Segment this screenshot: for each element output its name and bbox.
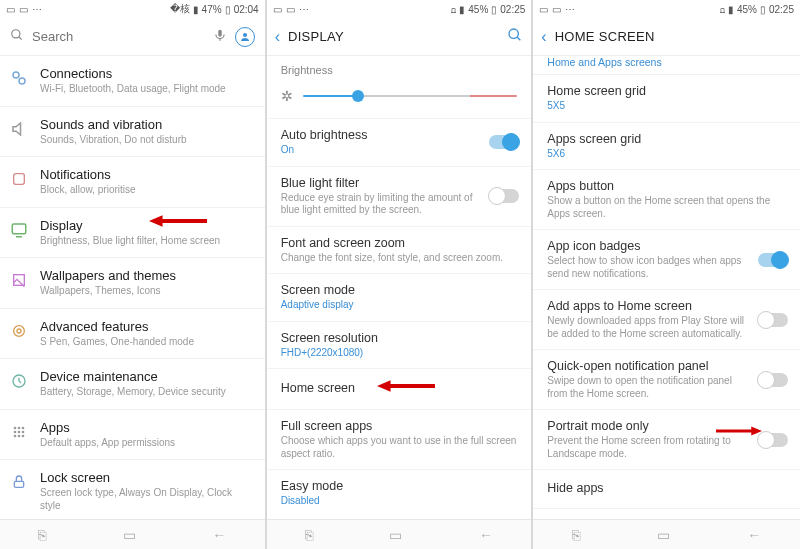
row-add-apps-home[interactable]: Add apps to Home screen Newly downloaded…	[533, 290, 800, 350]
nav-recent[interactable]: ⎘	[305, 527, 313, 543]
row-title: Portrait mode only	[547, 419, 786, 433]
settings-row-advanced[interactable]: Advanced featuresS Pen, Games, One-hande…	[0, 309, 265, 360]
row-home-screen[interactable]: Home screen	[267, 369, 532, 410]
status-icon: ▭	[286, 4, 296, 14]
maintenance-icon	[8, 370, 30, 392]
row-font-zoom[interactable]: Font and screen zoom Change the font siz…	[267, 227, 532, 275]
search-input[interactable]	[32, 29, 205, 44]
toggle-icon-badges[interactable]	[758, 253, 788, 267]
status-icon: ▭	[273, 4, 283, 14]
status-icon: ▭	[6, 4, 16, 14]
toggle-auto-brightness[interactable]	[489, 135, 519, 149]
settings-row-display[interactable]: DisplayBrightness, Blue light filter, Ho…	[0, 208, 265, 259]
svg-point-20	[18, 430, 21, 433]
row-title: Full screen apps	[281, 419, 518, 433]
row-title: Screen resolution	[281, 331, 518, 345]
settings-row-maintenance[interactable]: Device maintenanceBattery, Storage, Memo…	[0, 359, 265, 410]
battery-pct: 45%	[468, 4, 488, 15]
row-app-icon-badges[interactable]: App icon badges Select how to show icon …	[533, 230, 800, 290]
sun-icon: ✲	[281, 88, 293, 104]
wifi-icon: ⩍	[720, 4, 725, 15]
notifications-icon	[8, 168, 30, 190]
svg-point-14	[17, 329, 21, 333]
svg-rect-8	[12, 224, 26, 234]
toggle-blue-light[interactable]	[489, 189, 519, 203]
row-screen-resolution[interactable]: Screen resolution FHD+(2220x1080)	[267, 322, 532, 370]
nav-bar: ⎘ ▭ ←	[267, 519, 532, 549]
panel-display: ▭▭⋯ ⩍▮45%▯02:25 ‹ DISPLAY Brightness ✲ A…	[267, 0, 534, 549]
nav-bar: ⎘ ▭ ←	[533, 519, 800, 549]
row-title: Hide apps	[547, 481, 786, 495]
settings-list: ConnectionsWi-Fi, Bluetooth, Data usage,…	[0, 56, 265, 519]
wifi-icon: �核	[170, 2, 190, 16]
row-quick-open-panel[interactable]: Quick-open notification panel Swipe down…	[533, 350, 800, 410]
triple-panel-container: ▭ ▭ ⋯ �核 ▮ 47% ▯ 02:04	[0, 0, 800, 549]
status-icon: ⋯	[565, 4, 575, 14]
row-sub: Wi-Fi, Bluetooth, Data usage, Flight mod…	[40, 83, 255, 96]
row-apps-grid[interactable]: Apps screen grid 5X6	[533, 123, 800, 171]
row-easy-mode[interactable]: Easy mode Disabled	[267, 470, 532, 517]
search-icon[interactable]	[507, 27, 523, 46]
nav-recent[interactable]: ⎘	[572, 527, 580, 543]
settings-row-apps[interactable]: AppsDefault apps, App permissions	[0, 410, 265, 461]
header-title: DISPLAY	[288, 29, 344, 44]
mic-icon[interactable]	[213, 28, 227, 45]
svg-point-0	[12, 30, 20, 38]
row-sub: Swipe down to open the notification pane…	[547, 375, 786, 400]
settings-row-sounds[interactable]: Sounds and vibrationSounds, Vibration, D…	[0, 107, 265, 158]
nav-bar: ⎘ ▭ ←	[0, 519, 265, 549]
nav-back[interactable]: ←	[212, 527, 226, 543]
display-icon	[8, 219, 30, 241]
row-auto-brightness[interactable]: Auto brightness On	[267, 119, 532, 167]
row-title: App icon badges	[547, 239, 786, 253]
wifi-icon: ⩍	[451, 4, 456, 15]
row-screen-mode[interactable]: Screen mode Adaptive display	[267, 274, 532, 322]
status-icon: ▭	[539, 4, 549, 14]
nav-home[interactable]: ▭	[389, 527, 402, 543]
row-sub: Disabled	[281, 495, 518, 508]
status-bar: ▭▭⋯ ⩍▮45%▯02:25	[267, 0, 532, 18]
nav-home[interactable]: ▭	[657, 527, 670, 543]
settings-row-connections[interactable]: ConnectionsWi-Fi, Bluetooth, Data usage,…	[0, 56, 265, 107]
nav-back[interactable]: ←	[479, 527, 493, 543]
signal-icon: ▮	[459, 4, 465, 15]
row-sub: Select how to show icon badges when apps…	[547, 255, 786, 280]
toggle-add-apps[interactable]	[758, 313, 788, 327]
row-apps-button[interactable]: Apps button Show a button on the Home sc…	[533, 170, 800, 230]
svg-rect-7	[14, 174, 25, 185]
nav-home[interactable]: ▭	[123, 527, 136, 543]
toggle-portrait-only[interactable]	[758, 433, 788, 447]
svg-point-18	[22, 426, 25, 429]
row-sub: Battery, Storage, Memory, Device securit…	[40, 386, 255, 399]
status-icon: ▭	[552, 4, 562, 14]
brightness-slider-row[interactable]: ✲	[267, 78, 532, 119]
account-icon[interactable]	[235, 27, 255, 47]
svg-point-5	[13, 72, 19, 78]
brightness-slider[interactable]	[303, 95, 518, 97]
settings-row-lockscreen[interactable]: Lock screenScreen lock type, Always On D…	[0, 460, 265, 519]
row-hide-apps[interactable]: Hide apps	[533, 470, 800, 509]
row-title: Apps button	[547, 179, 786, 193]
signal-icon: ▮	[193, 4, 199, 15]
nav-back[interactable]: ←	[747, 527, 761, 543]
row-title: Home screen grid	[547, 84, 786, 98]
row-full-screen-apps[interactable]: Full screen apps Choose which apps you w…	[267, 410, 532, 470]
display-list: Brightness ✲ Auto brightness On Blue lig…	[267, 56, 532, 519]
row-blue-light[interactable]: Blue light filter Reduce eye strain by l…	[267, 167, 532, 227]
row-title: Blue light filter	[281, 176, 518, 190]
row-home-grid[interactable]: Home screen grid 5X5	[533, 75, 800, 123]
back-button[interactable]: ‹	[275, 28, 280, 46]
row-sub: Choose which apps you want to use in the…	[281, 435, 518, 460]
settings-row-wallpapers[interactable]: Wallpapers and themesWallpapers, Themes,…	[0, 258, 265, 309]
settings-row-notifications[interactable]: NotificationsBlock, allow, prioritise	[0, 157, 265, 208]
top-link[interactable]: Home and Apps screens	[533, 56, 800, 74]
row-portrait-only[interactable]: Portrait mode only Prevent the Home scre…	[533, 410, 800, 470]
nav-recent[interactable]: ⎘	[38, 527, 46, 543]
row-about-home[interactable]: About Home screen	[533, 509, 800, 519]
toggle-quick-panel[interactable]	[758, 373, 788, 387]
row-sub: Block, allow, prioritise	[40, 184, 255, 197]
status-icon: ▭	[19, 4, 29, 14]
search-bar[interactable]	[0, 18, 265, 56]
row-title: Screen mode	[281, 283, 518, 297]
back-button[interactable]: ‹	[541, 28, 546, 46]
